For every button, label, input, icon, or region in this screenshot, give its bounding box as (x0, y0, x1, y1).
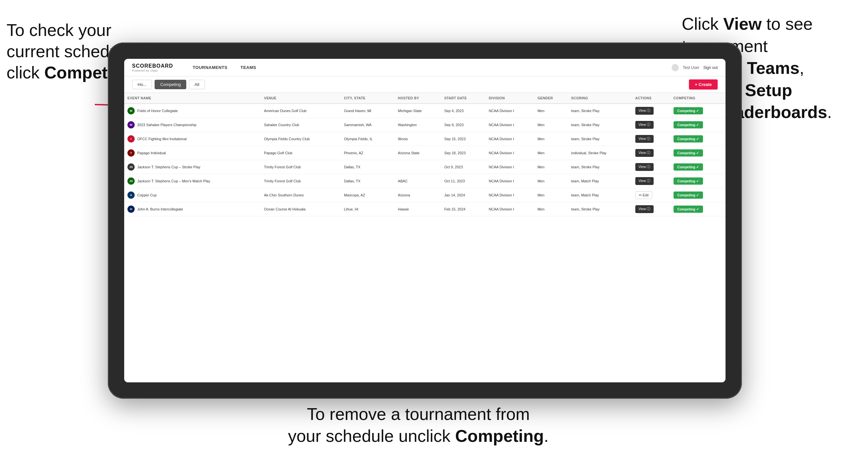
event-name-text: Folds of Honor Collegiate (137, 109, 178, 113)
view-button[interactable]: View ⓘ (635, 107, 654, 115)
competing-button[interactable]: Competing ✓ (674, 135, 703, 143)
cell-venue: Trinity Forest Golf Club (261, 174, 341, 188)
nav-right: Test User Sign out (672, 64, 718, 71)
table-body: M Folds of Honor Collegiate American Dun… (124, 103, 725, 216)
cell-venue: Ak-Chin Southern Dunes (261, 188, 341, 202)
cell-scoring: team, Stroke Play (568, 103, 632, 118)
view-button[interactable]: View ⓘ (635, 121, 654, 129)
cell-actions: View ⓘ (632, 103, 670, 118)
cell-event-name: A Copper Cup (124, 188, 261, 202)
top-nav: SCOREBOARD Powered by clippi TOURNAMENTS… (124, 59, 725, 76)
cell-scoring: team, Stroke Play (568, 160, 632, 174)
competing-button[interactable]: Competing ✓ (674, 107, 703, 114)
col-actions: ACTIONS (632, 93, 670, 103)
cell-actions: View ⓘ (632, 146, 670, 160)
user-label: Test User (683, 65, 700, 70)
sign-out-link[interactable]: Sign out (703, 65, 718, 70)
cell-event-name: I OFCC Fighting Illini Invitational (124, 132, 261, 146)
annotation-bottom: To remove a tournament from your schedul… (281, 403, 556, 447)
table-row: Y Papago Individual Papago Golf ClubPhoe… (124, 146, 725, 160)
tournaments-table: EVENT NAME VENUE CITY, STATE HOSTED BY S… (124, 93, 725, 216)
cell-division: NCAA Division I (485, 188, 534, 202)
filter-competing-button[interactable]: Competing (155, 80, 186, 89)
team-logo: JS (127, 163, 135, 170)
cell-start-date: Oct 9, 2023 (441, 160, 485, 174)
cell-actions: View ⓘ (632, 174, 670, 188)
competing-button[interactable]: Competing ✓ (674, 149, 703, 157)
cell-actions: ✏ Edit (632, 188, 670, 202)
create-button[interactable]: + Create (689, 80, 718, 90)
cell-division: NCAA Division I (485, 146, 534, 160)
cell-event-name: Y Papago Individual (124, 146, 261, 160)
ann-b-bold: Competing (455, 427, 544, 445)
event-name-text: Jackson T. Stephens Cup – Men's Match Pl… (137, 179, 210, 183)
cell-hosted-by: Arizona (395, 188, 441, 202)
edit-button[interactable]: ✏ Edit (635, 191, 652, 199)
cell-gender: Men (534, 174, 568, 188)
cell-competing: Competing ✓ (670, 103, 725, 118)
cell-start-date: Sep 4, 2023 (441, 103, 485, 118)
table-row: JS Jackson T. Stephens Cup – Stroke Play… (124, 160, 725, 174)
view-button[interactable]: View ⓘ (635, 149, 654, 157)
cell-event-name: H John A. Burns Intercollegiate (124, 202, 261, 216)
cell-scoring: team, Stroke Play (568, 118, 632, 132)
col-competing: COMPETING (670, 93, 725, 103)
ann-b-2: your schedule unclick (288, 427, 455, 445)
cell-city-state: Phoenix, AZ (341, 146, 395, 160)
cell-division: NCAA Division I (485, 160, 534, 174)
cell-division: NCAA Division I (485, 202, 534, 216)
cell-gender: Men (534, 103, 568, 118)
table-row: W 2023 Sahalee Players Championship Saha… (124, 118, 725, 132)
nav-teams[interactable]: TEAMS (234, 59, 263, 76)
cell-scoring: team, Match Play (568, 188, 632, 202)
cell-city-state: Dallas, TX (341, 174, 395, 188)
user-icon (672, 64, 679, 71)
col-division: DIVISION (485, 93, 534, 103)
competing-button[interactable]: Competing ✓ (674, 178, 703, 185)
team-logo: Y (127, 149, 135, 157)
nav-tournaments[interactable]: TOURNAMENTS (186, 59, 234, 76)
cell-event-name: JS Jackson T. Stephens Cup – Men's Match… (124, 174, 261, 188)
cell-actions: View ⓘ (632, 160, 670, 174)
team-logo: A (127, 191, 135, 199)
team-logo: M (127, 107, 135, 114)
cell-division: NCAA Division I (485, 132, 534, 146)
ann-tr-2: to see (762, 14, 813, 33)
filter-home-button[interactable]: Ho... (132, 80, 152, 89)
ann-tr-comma2: , (799, 59, 804, 77)
view-button[interactable]: View ⓘ (635, 177, 654, 185)
cell-event-name: JS Jackson T. Stephens Cup – Stroke Play (124, 160, 261, 174)
brand: SCOREBOARD Powered by clippi (132, 63, 173, 72)
cell-city-state: Olympia Fields, IL (341, 132, 395, 146)
team-logo: JS (127, 178, 135, 185)
brand-sub: Powered by clippi (132, 69, 173, 72)
cell-city-state: Grand Haven, MI (341, 103, 395, 118)
cell-competing: Competing ✓ (670, 160, 725, 174)
table-row: I OFCC Fighting Illini Invitational Olym… (124, 132, 725, 146)
cell-division: NCAA Division I (485, 118, 534, 132)
col-start-date: START DATE (441, 93, 485, 103)
filter-all-button[interactable]: All (189, 80, 205, 89)
cell-start-date: Jan 14, 2024 (441, 188, 485, 202)
table-row: A Copper Cup Ak-Chin Southern DunesMaric… (124, 188, 725, 202)
view-button[interactable]: View ⓘ (635, 163, 654, 171)
col-gender: GENDER (534, 93, 568, 103)
table-header-row: EVENT NAME VENUE CITY, STATE HOSTED BY S… (124, 93, 725, 103)
competing-button[interactable]: Competing ✓ (674, 191, 703, 199)
view-button[interactable]: View ⓘ (635, 205, 654, 213)
competing-button[interactable]: Competing ✓ (674, 121, 703, 128)
ann-tr-bold3: Teams (747, 59, 799, 77)
competing-button[interactable]: Competing ✓ (674, 163, 703, 170)
cell-scoring: team, Stroke Play (568, 132, 632, 146)
competing-button[interactable]: Competing ✓ (674, 206, 703, 213)
cell-competing: Competing ✓ (670, 146, 725, 160)
view-button[interactable]: View ⓘ (635, 135, 654, 143)
cell-venue: Trinity Forest Golf Club (261, 160, 341, 174)
cell-division: NCAA Division I (485, 174, 534, 188)
cell-hosted-by: Washington (395, 118, 441, 132)
ann-tr-bold1: View (723, 14, 762, 33)
cell-scoring: team, Stroke Play (568, 202, 632, 216)
cell-city-state: Maricopa, AZ (341, 188, 395, 202)
cell-hosted-by: Hawaii (395, 202, 441, 216)
cell-gender: Men (534, 202, 568, 216)
